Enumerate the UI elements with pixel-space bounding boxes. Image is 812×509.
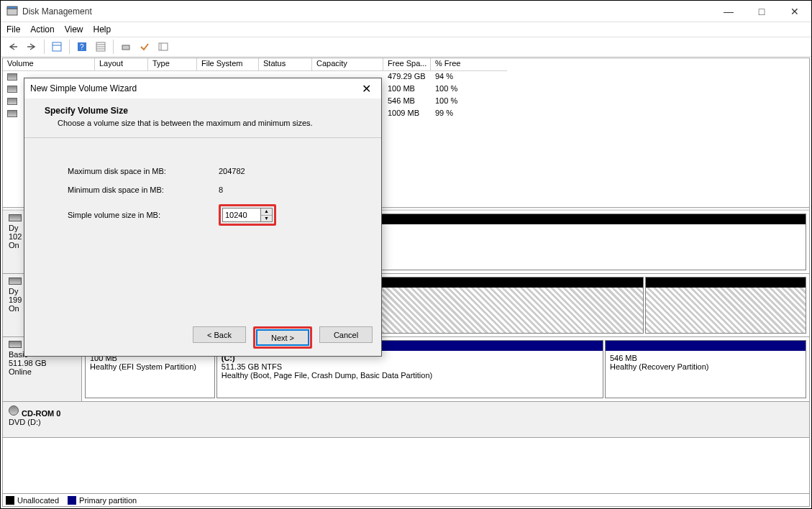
partition-bar bbox=[606, 341, 806, 351]
close-button[interactable]: ✕ bbox=[778, 1, 811, 22]
spinner-up-icon[interactable]: ▲ bbox=[261, 208, 272, 216]
volume-size-label: Simple volume size in MB: bbox=[68, 211, 219, 219]
volume-icon bbox=[7, 86, 17, 93]
partition-desc: Healthy (EFI System Partition) bbox=[90, 362, 210, 371]
col-free[interactable]: Free Spa... bbox=[383, 58, 431, 71]
wizard-header: Specify Volume Size Choose a volume size… bbox=[24, 98, 381, 138]
col-layout[interactable]: Layout bbox=[95, 58, 148, 71]
cell-free: 100 MB bbox=[383, 83, 431, 96]
forward-icon[interactable] bbox=[24, 39, 40, 55]
menu-view[interactable]: View bbox=[65, 24, 83, 35]
partition-recovery[interactable]: 546 MB Healthy (Recovery Partition) bbox=[605, 340, 806, 398]
cell-pct: 94 % bbox=[431, 71, 507, 83]
properties-icon[interactable] bbox=[49, 39, 65, 55]
disk-name: CD-ROM 0 bbox=[22, 409, 60, 418]
app-icon bbox=[6, 6, 18, 17]
back-button[interactable]: < Back bbox=[193, 326, 246, 343]
legend-label-unallocated: Unallocated bbox=[17, 496, 59, 505]
disk-icon bbox=[9, 278, 22, 285]
partition-size: 546 MB bbox=[610, 354, 801, 362]
help-icon[interactable]: ? bbox=[74, 39, 90, 55]
disk-status-text: Online bbox=[9, 367, 76, 376]
max-space-label: Maximum disk space in MB: bbox=[68, 167, 219, 175]
legend-swatch-unallocated bbox=[6, 496, 14, 505]
toolbar: ? bbox=[1, 37, 811, 57]
col-fs[interactable]: File System bbox=[197, 58, 259, 71]
col-pct[interactable]: % Free bbox=[431, 58, 507, 71]
svg-rect-10 bbox=[122, 45, 129, 50]
min-space-label: Minimum disk space in MB: bbox=[68, 185, 219, 194]
disk-size-text: 511.98 GB bbox=[9, 359, 76, 367]
legend-label-primary: Primary partition bbox=[79, 496, 137, 505]
menu-action[interactable]: Action bbox=[30, 24, 54, 35]
cdrom-sub: DVD (D:) bbox=[9, 418, 803, 426]
max-space-value: 204782 bbox=[219, 167, 245, 175]
cell-free: 1009 MB bbox=[383, 108, 431, 120]
wizard-close-icon[interactable]: ✕ bbox=[357, 82, 375, 96]
col-type[interactable]: Type bbox=[148, 58, 197, 71]
col-capacity[interactable]: Capacity bbox=[312, 58, 383, 71]
spinner-down-icon[interactable]: ▼ bbox=[261, 216, 272, 222]
volume-icon bbox=[7, 110, 17, 117]
col-volume[interactable]: Volume bbox=[3, 58, 95, 71]
titlebar: Disk Management ― □ ✕ bbox=[1, 1, 811, 22]
wizard-heading: Specify Volume Size bbox=[45, 106, 364, 116]
menu-help[interactable]: Help bbox=[93, 24, 111, 35]
partition-size: 511.35 GB NTFS bbox=[222, 362, 598, 371]
app-title: Disk Management bbox=[22, 6, 712, 17]
partition-body bbox=[646, 288, 806, 333]
legend-swatch-primary bbox=[68, 496, 76, 505]
partition-desc: Healthy (Boot, Page File, Crash Dump, Ba… bbox=[222, 371, 598, 380]
cancel-button[interactable]: Cancel bbox=[319, 326, 373, 343]
cell-pct: 100 % bbox=[431, 83, 507, 96]
maximize-button[interactable]: □ bbox=[745, 1, 778, 22]
disk-row-cdrom: CD-ROM 0 DVD (D:) bbox=[3, 402, 809, 438]
partition[interactable] bbox=[645, 277, 806, 334]
cell-pct: 100 % bbox=[431, 96, 507, 108]
wizard-subheading: Choose a volume size that is between the… bbox=[58, 119, 364, 127]
disk-icon bbox=[9, 214, 22, 221]
col-status[interactable]: Status bbox=[259, 58, 312, 71]
svg-rect-2 bbox=[53, 42, 61, 51]
min-space-value: 8 bbox=[219, 185, 223, 194]
cell-pct: 99 % bbox=[431, 108, 507, 120]
wizard-title: New Simple Volume Wizard bbox=[30, 83, 357, 93]
wizard-buttons: < Back Next > Cancel bbox=[193, 326, 373, 349]
cell-free: 479.29 GB bbox=[383, 71, 431, 83]
svg-rect-0 bbox=[7, 9, 17, 15]
wizard-dialog: New Simple Volume Wizard ✕ Specify Volum… bbox=[24, 78, 382, 357]
wizard-titlebar[interactable]: New Simple Volume Wizard ✕ bbox=[24, 78, 381, 98]
svg-text:?: ? bbox=[80, 43, 84, 51]
partition-bar bbox=[646, 278, 806, 288]
back-icon[interactable] bbox=[5, 39, 21, 55]
volume-icon bbox=[7, 73, 17, 81]
menubar: File Action View Help bbox=[1, 22, 811, 37]
partition-desc: Healthy (Recovery Partition) bbox=[610, 362, 801, 371]
svg-rect-11 bbox=[159, 43, 168, 50]
disk-label: CD-ROM 0 DVD (D:) bbox=[3, 402, 809, 437]
next-button-highlight: Next > bbox=[253, 326, 312, 349]
next-button[interactable]: Next > bbox=[256, 329, 309, 346]
menu-file[interactable]: File bbox=[6, 24, 20, 35]
legend: Unallocated Primary partition bbox=[3, 493, 809, 506]
volume-size-spinner: ▲ ▼ bbox=[219, 204, 276, 226]
cell-free: 546 MB bbox=[383, 96, 431, 108]
disk-icon bbox=[9, 341, 22, 348]
view-icon[interactable] bbox=[93, 39, 109, 55]
minimize-button[interactable]: ― bbox=[712, 1, 745, 22]
action-icon[interactable] bbox=[118, 39, 134, 55]
volume-list-header: Volume Layout Type File System Status Ca… bbox=[3, 58, 809, 71]
volume-icon bbox=[7, 98, 17, 105]
wizard-body: Maximum disk space in MB: 204782 Minimum… bbox=[24, 138, 381, 250]
volume-size-input[interactable] bbox=[222, 208, 261, 222]
svg-rect-1 bbox=[7, 6, 17, 9]
list-icon[interactable] bbox=[155, 39, 171, 55]
cdrom-icon bbox=[9, 405, 19, 416]
check-icon[interactable] bbox=[137, 39, 152, 55]
